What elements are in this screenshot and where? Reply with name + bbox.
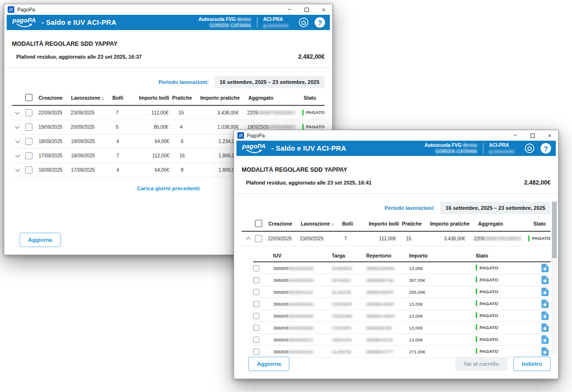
- subtable-row: 3968000919352659 GH568KE 25MB33000M 13,0…: [253, 262, 551, 274]
- aggiorna-button[interactable]: Aggiorna: [20, 233, 61, 247]
- importo-pratiche-cell: 1.866,00€: [195, 153, 240, 158]
- aggiorna-button[interactable]: Aggiorna: [248, 357, 289, 371]
- chevron-down-icon[interactable]: [15, 124, 20, 129]
- redacted-text: g.xxxxxxxx: [263, 22, 293, 29]
- period-value[interactable]: 16 settembre, 2025 – 23 settembre, 2025: [440, 202, 551, 214]
- column-lavorazione[interactable]: Lavorazione ↓: [301, 221, 337, 227]
- targa-cell redacted-text: CR332M5: [332, 313, 366, 319]
- column-importo-bolli[interactable]: Importo bolli: [128, 95, 169, 101]
- redacted-text: g.xxxxxxxx: [489, 148, 519, 155]
- maximize-button[interactable]: [298, 4, 315, 15]
- iuv-cell: 3968000919348845: [267, 313, 332, 319]
- vertical-scrollbar[interactable]: [552, 201, 557, 354]
- column-importo-pratiche[interactable]: Importo pratiche: [195, 95, 240, 101]
- column-stato[interactable]: Stato: [527, 221, 551, 227]
- lavorazione-cell: 23/09/2025: [300, 236, 336, 241]
- status-badge: PAGATO: [302, 110, 325, 115]
- titlebar: ⇄ PagoPa – ×: [234, 130, 558, 141]
- chevron-down-icon[interactable]: [15, 138, 20, 143]
- chevron-down-icon[interactable]: [15, 110, 20, 114]
- close-button[interactable]: ×: [315, 4, 332, 15]
- column-pratiche[interactable]: Pratiche: [399, 221, 425, 227]
- receipt-document-icon[interactable]: [538, 335, 551, 344]
- maximize-button[interactable]: [524, 130, 541, 141]
- home-icon[interactable]: [524, 143, 535, 154]
- receipt-document-icon[interactable]: [538, 276, 551, 284]
- column-aggregato[interactable]: Aggregato: [240, 95, 297, 101]
- row-checkbox[interactable]: [25, 138, 32, 145]
- receipt-document-icon[interactable]: [538, 288, 551, 296]
- plafond-amount: 2.482,00€: [524, 179, 551, 186]
- column-importo[interactable]: Importo: [409, 253, 476, 258]
- receipt-document-icon[interactable]: [538, 323, 551, 332]
- front-window: ⇄ PagoPa – × pagoPA - Saldo e IUV ACI-PR…: [234, 130, 559, 379]
- bolli-cell: 5: [107, 124, 128, 130]
- status-badge: PAGATO: [476, 300, 498, 306]
- row-checkbox[interactable]: [253, 301, 259, 307]
- status-badge: PAGATO: [476, 348, 498, 354]
- period-label[interactable]: Periodo lavorazioni:: [159, 79, 209, 85]
- row-checkbox[interactable]: [253, 313, 259, 319]
- iuv-cell: 3968000919358317: [267, 337, 332, 342]
- row-checkbox[interactable]: [253, 277, 259, 283]
- select-all-checkbox[interactable]: [25, 94, 32, 101]
- period-label[interactable]: Periodo lavorazioni:: [385, 205, 435, 211]
- column-aggregato[interactable]: Aggregato: [470, 221, 527, 227]
- column-iuv[interactable]: IUV: [267, 253, 332, 258]
- plafond-label: Plafond residuo, aggiornato alle 23 set …: [246, 180, 371, 186]
- row-checkbox[interactable]: [253, 265, 259, 271]
- column-creazione[interactable]: Creazione: [268, 221, 301, 227]
- row-checkbox[interactable]: [25, 124, 32, 131]
- column-pratiche[interactable]: Pratiche: [169, 95, 195, 101]
- account-info: ACI-PRA g.xxxxxxxx: [263, 16, 293, 29]
- importo-pratiche-cell: 3.438,00€: [194, 110, 239, 115]
- column-stato[interactable]: Stato: [297, 95, 325, 101]
- help-icon[interactable]: ?: [541, 143, 551, 154]
- select-all-checkbox[interactable]: [255, 220, 262, 227]
- importo-cell: 13,00€: [409, 325, 476, 330]
- creazione-cell: 16/09/2025: [39, 167, 71, 173]
- minimize-button[interactable]: –: [507, 130, 524, 141]
- help-icon[interactable]: ?: [315, 17, 325, 28]
- vai-al-carrello-button[interactable]: Vai al carrello: [455, 357, 508, 371]
- minimize-button[interactable]: –: [281, 4, 298, 15]
- load-previous-days-link[interactable]: Carica giorni precedenti: [137, 186, 200, 191]
- column-repertorio[interactable]: Repertorio: [366, 253, 409, 258]
- importo-bolli-cell: 112,00€: [356, 236, 396, 241]
- row-checkbox[interactable]: [253, 337, 259, 343]
- row-checkbox[interactable]: [25, 166, 32, 174]
- period-value[interactable]: 16 settembre, 2025 – 23 settembre, 2025: [214, 76, 325, 88]
- column-bolli[interactable]: Bolli: [107, 95, 128, 101]
- chevron-down-icon[interactable]: [15, 167, 20, 172]
- bolli-cell: 7: [335, 236, 356, 241]
- receipt-document-icon[interactable]: [538, 264, 551, 272]
- chevron-up-icon[interactable]: [246, 237, 251, 242]
- row-checkbox[interactable]: [253, 289, 259, 295]
- page-title: - Saldo e IUV ACI-PRA: [41, 19, 116, 26]
- page-title: - Saldo e IUV ACI-PRA: [271, 144, 346, 152]
- column-stato[interactable]: Stato: [476, 253, 538, 258]
- receipt-document-icon[interactable]: [538, 299, 551, 308]
- status-badge: PAGATO: [528, 236, 551, 241]
- home-icon[interactable]: [298, 17, 309, 28]
- column-targa[interactable]: Targa: [332, 253, 366, 258]
- creazione-cell: 19/09/2025: [39, 124, 71, 130]
- column-importo-pratiche[interactable]: Importo pratiche: [425, 221, 470, 227]
- row-checkbox[interactable]: [253, 349, 259, 355]
- row-checkbox[interactable]: [255, 235, 262, 242]
- indietro-button[interactable]: Indietro: [513, 357, 551, 371]
- targa-cell redacted-text: CH610RJ: [332, 325, 366, 330]
- column-lavorazione[interactable]: Lavorazione ↓: [71, 95, 107, 101]
- row-checkbox[interactable]: [253, 325, 259, 331]
- redacted-text: denno: [463, 143, 477, 148]
- close-button[interactable]: ×: [541, 130, 558, 141]
- receipt-document-icon[interactable]: [538, 311, 551, 320]
- scrollbar-thumb[interactable]: [552, 202, 557, 258]
- row-checkbox[interactable]: [25, 109, 32, 116]
- row-checkbox[interactable]: [25, 152, 32, 159]
- column-bolli[interactable]: Bolli: [337, 221, 358, 227]
- column-creazione[interactable]: Creazione: [39, 95, 71, 101]
- column-importo-bolli[interactable]: Importo bolli: [358, 221, 399, 227]
- receipt-document-icon[interactable]: [538, 347, 551, 356]
- chevron-down-icon[interactable]: [15, 153, 20, 157]
